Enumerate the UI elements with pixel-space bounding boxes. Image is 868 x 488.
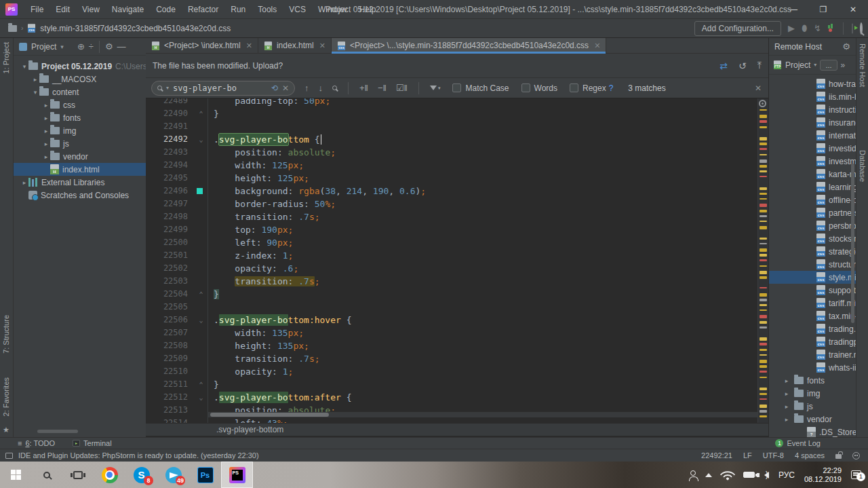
remote-item-style-min[interactable]: cssstyle.min bbox=[769, 271, 856, 284]
code-line[interactable]: 22496 background: rgba(38, 214, 190, 0.6… bbox=[146, 185, 768, 198]
debug-bug-icon[interactable]: ⬮ bbox=[802, 19, 807, 38]
color-swatch[interactable] bbox=[197, 188, 203, 194]
tree-arrow-icon[interactable]: ▾ bbox=[20, 63, 28, 70]
menu-vcs[interactable]: VCS bbox=[283, 0, 312, 19]
breadcrumb-selector[interactable]: .svg-player-bottom bbox=[216, 425, 283, 434]
remote-item-insuranc[interactable]: cssinsuranc bbox=[769, 116, 856, 129]
code-line[interactable]: 22506⌄.svg-player-bottom:hover { bbox=[146, 314, 768, 326]
regex-help-icon[interactable]: ? bbox=[609, 83, 614, 93]
code-line[interactable]: 22501 z-index: 1; bbox=[146, 249, 768, 262]
clear-search-icon[interactable]: ✕ bbox=[282, 83, 289, 93]
tree-item-content[interactable]: ▾content bbox=[14, 86, 146, 98]
fold-column[interactable]: ⌄ bbox=[195, 133, 208, 146]
remote-item-instructio[interactable]: cssinstructio bbox=[769, 103, 856, 116]
code-line[interactable]: 22503 transition: .7s; bbox=[146, 275, 768, 288]
code-line[interactable]: 22505 bbox=[146, 301, 768, 314]
remote-item-karta-mo[interactable]: csskarta-mo bbox=[769, 168, 856, 181]
menu-run[interactable]: Run bbox=[224, 0, 252, 19]
tree-arrow-icon[interactable]: ▸ bbox=[42, 140, 50, 147]
remote-item-tax-min-a[interactable]: csstax.min-a bbox=[769, 309, 856, 322]
tree-arrow-icon[interactable]: ▸ bbox=[42, 115, 50, 121]
filter-icon[interactable]: ▾ bbox=[430, 86, 441, 91]
code-line[interactable]: 22502 opacity: .6; bbox=[146, 262, 768, 275]
search-query[interactable]: svg-player-bo bbox=[173, 83, 267, 93]
taskbar-app-phpstorm[interactable]: PS bbox=[221, 462, 253, 488]
checkbox[interactable] bbox=[452, 83, 461, 92]
remote-item-iis-min-b[interactable]: cssiis.min-b bbox=[769, 90, 856, 103]
ide-health-icon[interactable] bbox=[852, 452, 860, 459]
code-line[interactable]: 22497 border-radius: 50%; bbox=[146, 198, 768, 210]
code-line[interactable]: 22495 height: 125px; bbox=[146, 172, 768, 185]
code-line[interactable]: 22511⌃} bbox=[146, 378, 768, 391]
maximize-button[interactable]: ❐ bbox=[808, 0, 838, 19]
remote-item-img[interactable]: ▸img bbox=[769, 387, 856, 400]
revert-icon[interactable]: ↺ bbox=[738, 60, 747, 71]
remote-item-fonts[interactable]: ▸fonts bbox=[769, 374, 856, 387]
remote-item-vendor[interactable]: ▸vendor bbox=[769, 413, 856, 426]
tree-item-external-libraries[interactable]: ▸External Libraries bbox=[14, 176, 146, 189]
find-option-match-case[interactable]: Match Case bbox=[452, 83, 509, 93]
coverage-icon[interactable]: ↯ bbox=[814, 19, 821, 38]
code-line[interactable]: 22509 transition: .7s; bbox=[146, 352, 768, 365]
code-line[interactable]: 22490⌃} bbox=[146, 107, 768, 120]
menu-edit[interactable]: Edit bbox=[50, 0, 76, 19]
upload-icon[interactable]: ⤒ bbox=[757, 60, 762, 71]
checkbox[interactable] bbox=[521, 83, 530, 92]
code-line[interactable]: 22500 left: 90px; bbox=[146, 236, 768, 249]
menu-navigate[interactable]: Navigate bbox=[106, 0, 150, 19]
people-icon[interactable] bbox=[690, 470, 696, 476]
collapse-all-icon[interactable]: ÷ bbox=[89, 41, 94, 52]
search-history-icon[interactable]: ⟲ bbox=[271, 83, 278, 93]
code-line[interactable]: 22512⌄.svg-player-bottom:after { bbox=[146, 391, 768, 404]
search-input[interactable]: ▾ svg-player-bo ⟲ ✕ bbox=[151, 81, 295, 96]
menu-code[interactable]: Code bbox=[150, 0, 182, 19]
find-option-regex[interactable]: Regex bbox=[570, 83, 606, 93]
project-horizontal-scrollbar[interactable] bbox=[37, 430, 78, 433]
tree-arrow-icon[interactable]: ▸ bbox=[783, 403, 791, 410]
tool-button-database[interactable]: Database bbox=[859, 150, 867, 182]
tree-arrow-icon[interactable]: ▸ bbox=[42, 128, 50, 134]
remote-item-investide[interactable]: cssinvestide bbox=[769, 142, 856, 155]
battery-icon[interactable] bbox=[743, 472, 755, 478]
tree-item-vendor[interactable]: ▸vendor bbox=[14, 150, 146, 163]
taskbar-search-button[interactable] bbox=[31, 462, 62, 488]
file-encoding[interactable]: UTF-8 bbox=[763, 451, 784, 459]
todo-tool-button[interactable]: ≡ 6: TODO bbox=[18, 439, 55, 447]
fold-column[interactable]: ⌄ bbox=[195, 391, 208, 404]
code-line[interactable]: 22493 position: absolute; bbox=[146, 146, 768, 159]
menu-tools[interactable]: Tools bbox=[252, 0, 283, 19]
tree-item-img[interactable]: ▸img bbox=[14, 124, 146, 137]
volume-icon[interactable] bbox=[764, 472, 769, 478]
tool-button-remote-host[interactable]: Remote Host bbox=[859, 43, 867, 87]
remote-item-how-trac[interactable]: csshow-trac bbox=[769, 77, 856, 90]
find-option-words[interactable]: Words bbox=[521, 83, 557, 93]
remote-item-structura[interactable]: cssstructura bbox=[769, 258, 856, 271]
previous-occurrence-icon[interactable]: ↑ bbox=[304, 83, 309, 93]
remote-more-button[interactable]: ... bbox=[820, 60, 837, 71]
tree-arrow-icon[interactable]: ▸ bbox=[31, 76, 39, 83]
tree-item-js[interactable]: ▸js bbox=[14, 137, 146, 150]
remote-item-persbrok[interactable]: csspersbrok bbox=[769, 219, 856, 232]
tree-arrow-icon[interactable]: ▾ bbox=[31, 89, 39, 96]
tree-item--macosx[interactable]: ▸__MACOSX bbox=[14, 73, 146, 86]
error-stripe[interactable] bbox=[757, 98, 768, 423]
minimize-button[interactable]: — bbox=[778, 0, 808, 19]
terminal-toolbar-icon[interactable] bbox=[852, 24, 853, 33]
clock[interactable]: 22:29 08.12.2019 bbox=[804, 466, 842, 484]
remote-item-tradingp[interactable]: csstradingp bbox=[769, 335, 856, 348]
remote-item-internatio[interactable]: cssinternatio bbox=[769, 129, 856, 142]
add-configuration-button[interactable]: Add Configuration... bbox=[694, 21, 781, 36]
editor-horizontal-scrollbar[interactable] bbox=[210, 413, 329, 417]
tree-arrow-icon[interactable]: ▸ bbox=[42, 102, 50, 109]
checkbox[interactable] bbox=[570, 83, 578, 92]
tool-button-project[interactable]: 1: Project bbox=[2, 42, 10, 73]
terminal-tool-button[interactable]: ▸ Terminal bbox=[73, 439, 112, 447]
code-line[interactable]: 22492⌄.svg-player-bottom { bbox=[146, 133, 768, 146]
add-selection-icon[interactable]: +ǁ bbox=[359, 83, 368, 93]
lock-icon[interactable] bbox=[835, 454, 842, 459]
search-dropdown-icon[interactable]: ▾ bbox=[166, 85, 169, 91]
remote-server-selector[interactable]: Project bbox=[785, 60, 810, 70]
code-line[interactable]: 22499 top: 190px; bbox=[146, 223, 768, 236]
indent-setting[interactable]: 4 spaces bbox=[795, 451, 825, 459]
editor-tab[interactable]: Hindex.html✕ bbox=[258, 38, 332, 53]
